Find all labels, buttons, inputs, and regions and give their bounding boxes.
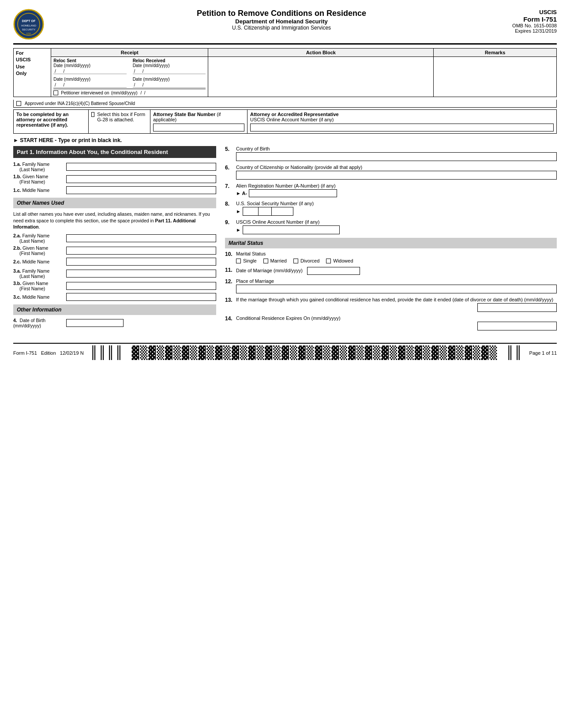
q14-label: Conditional Residence Expires On (mm/dd/… <box>236 315 557 321</box>
atty-bar-cell: Attorney State Bar Number (if applicable… <box>150 110 248 134</box>
atty-rep-label: Attorney or Accredited Representative US… <box>250 112 554 122</box>
q7-content: Alien Registration Number (A-Number) (if… <box>236 183 557 197</box>
q14-content: Conditional Residence Expires On (mm/dd/… <box>236 315 557 330</box>
input-a-number[interactable] <box>249 189 337 197</box>
field-row-1c: 1.c. Middle Name <box>13 186 216 194</box>
field-row-4: 4. Date of Birth (mm/dd/yyyy) <box>13 318 216 328</box>
atty-rep-input[interactable] <box>250 124 554 131</box>
input-given-name-1b[interactable] <box>66 175 216 183</box>
part1-header: Part 1. Information About You, the Condi… <box>13 146 216 158</box>
approved-checkbox[interactable] <box>16 101 21 106</box>
label-2c: 2.c. Middle Name <box>13 259 66 264</box>
option-widowed[interactable]: Widowed <box>326 258 353 263</box>
petitioner-checkbox[interactable] <box>53 90 58 95</box>
field-row-3a: 3.a. Family Name(Last Name) <box>13 268 216 279</box>
q9-num: 9. <box>225 219 236 225</box>
q5-row: 5. Country of Birth <box>225 146 557 161</box>
petitioner-date-fmt: (mm/dd/yyyy) <box>111 90 138 95</box>
q14-row: 14. Conditional Residence Expires On (mm… <box>225 315 557 330</box>
petitioner-label: Petitioner interviewed on <box>61 90 109 95</box>
ssn-box-3[interactable] <box>271 207 293 216</box>
uscis-label: USCIS <box>512 9 557 15</box>
approved-row: Approved under INA 216(c)(4)(C) Battered… <box>13 100 557 108</box>
input-family-name-1a[interactable] <box>66 163 216 171</box>
atty-rep-cell: Attorney or Accredited Representative US… <box>248 110 557 134</box>
option-married[interactable]: Married <box>263 258 287 263</box>
atty-rep-label-text: Attorney or Accredited Representative <box>250 112 339 117</box>
ssn-box-2[interactable] <box>258 207 271 216</box>
label-3c: 3.c. Middle Name <box>13 294 66 300</box>
petitioner-row: Petitioner interviewed on (mm/dd/yyyy) /… <box>53 89 206 95</box>
q9-content: USCIS Online Account Number (if any) ► <box>236 219 557 234</box>
option-divorced[interactable]: Divorced <box>293 258 319 263</box>
field-row-1b: 1.b. Given Name(First Name) <box>13 174 216 184</box>
q13-content: If the marriage through which you gained… <box>236 297 557 312</box>
reloc-received-date-label: Date (mm/dd/yyyy) <box>133 63 206 68</box>
divorced-label: Divorced <box>300 258 319 263</box>
q9-label: USCIS Online Account Number (if any) <box>236 219 557 225</box>
page-footer: Form I-751 Edition 12/02/19 N ║║║║ ▓▒▓▒▓… <box>13 343 557 360</box>
select-box-cell: Select this box if Form G-28 is attached… <box>89 110 150 134</box>
option-single[interactable]: Single <box>236 258 257 263</box>
svg-text:DEPT OF: DEPT OF <box>22 19 36 23</box>
q4-label-text: Date of Birth (mm/dd/yyyy) <box>13 318 45 328</box>
q12-row: 12. Place of Marriage <box>225 278 557 293</box>
label-1a: 1.a. Family Name(Last Name) <box>13 161 66 172</box>
reloc-received-label: Reloc Received <box>133 58 206 63</box>
marital-options: Single Married Divorced Widowed <box>236 258 557 263</box>
widowed-checkbox[interactable] <box>326 259 331 263</box>
q14-input[interactable] <box>477 322 557 330</box>
q10-label: Marital Status <box>236 251 557 256</box>
field-row-2a: 2.a. Family Name(Last Name) <box>13 233 216 244</box>
for-uscis-label: ForUSCISUseOnly <box>14 49 51 97</box>
other-names-header: Other Names Used <box>13 198 216 208</box>
start-here-line: ► START HERE - Type or print in black in… <box>13 137 557 143</box>
input-middle-name-2c[interactable] <box>66 258 216 266</box>
action-block-header: Action Block <box>208 49 434 57</box>
ssn-box-1[interactable] <box>243 207 258 216</box>
header-title-block: Petition to Remove Conditions on Residen… <box>51 9 512 31</box>
input-middle-name-1c[interactable] <box>66 186 216 194</box>
ssn-row: ► <box>236 207 557 216</box>
q14-num: 14. <box>225 315 236 322</box>
label-3b: 3.b. Given Name(First Name) <box>13 281 66 291</box>
input-dob[interactable] <box>66 319 124 327</box>
remarks-cell <box>434 57 557 97</box>
label-2a: 2.a. Family Name(Last Name) <box>13 233 66 244</box>
g28-checkbox[interactable] <box>91 112 94 117</box>
single-checkbox[interactable] <box>236 259 241 263</box>
input-given-name-2b[interactable] <box>66 247 216 255</box>
input-uscis-online[interactable] <box>243 225 340 234</box>
label-3a: 3.a. Family Name(Last Name) <box>13 268 66 279</box>
q5-input[interactable] <box>236 152 557 161</box>
footer-form-label: Form I-751 <box>13 350 37 356</box>
q11-row: 11. Date of Marriage (mm/dd/yyyy) <box>225 267 557 275</box>
reloc-sent-date-label: Date (mm/dd/yyyy) <box>53 63 127 68</box>
atty-bar-input[interactable] <box>153 124 244 131</box>
label-1b: 1.b. Given Name(First Name) <box>13 174 66 184</box>
barcode: ║║║║ ▓▒▓▒▓▒▓▒▓▒▓▒▓▒▓▒▓▒▓▒▓▒▓▒▓▒▓▒▓▒▓▒▓▒▓… <box>90 345 523 360</box>
header-right-block: USCIS Form I-751 OMB No. 1615-0038 Expir… <box>512 9 557 34</box>
atty-rep-sub: USCIS Online Account Number (if any) <box>250 117 334 122</box>
input-family-name-3a[interactable] <box>66 270 216 278</box>
divorced-checkbox[interactable] <box>293 259 298 263</box>
q10-num: 10. <box>225 251 236 257</box>
action-block-cell <box>208 57 434 97</box>
reloc-sent-date-label2: Date (mm/dd/yyyy) <box>53 77 127 82</box>
q12-input[interactable] <box>236 285 557 293</box>
input-given-name-3b[interactable] <box>66 282 216 290</box>
label-4: 4. Date of Birth (mm/dd/yyyy) <box>13 318 66 328</box>
q6-input[interactable] <box>236 171 557 180</box>
right-column: 5. Country of Birth 6. Country of Citize… <box>225 146 557 334</box>
married-checkbox[interactable] <box>263 259 268 263</box>
q13-input[interactable] <box>477 303 557 312</box>
q8-row: 8. U.S. Social Security Number (if any) … <box>225 201 557 216</box>
label-2b: 2.b. Given Name(First Name) <box>13 245 66 256</box>
reloc-received-col: Reloc Received Date (mm/dd/yyyy) / / Dat… <box>133 58 206 89</box>
remarks-header: Remarks <box>434 49 557 57</box>
field-row-2b: 2.b. Given Name(First Name) <box>13 245 216 256</box>
input-family-name-2a[interactable] <box>66 234 216 242</box>
input-marriage-date[interactable] <box>307 267 360 275</box>
reloc-sent-date-line2: / / <box>53 83 127 88</box>
input-middle-name-3c[interactable] <box>66 293 216 301</box>
